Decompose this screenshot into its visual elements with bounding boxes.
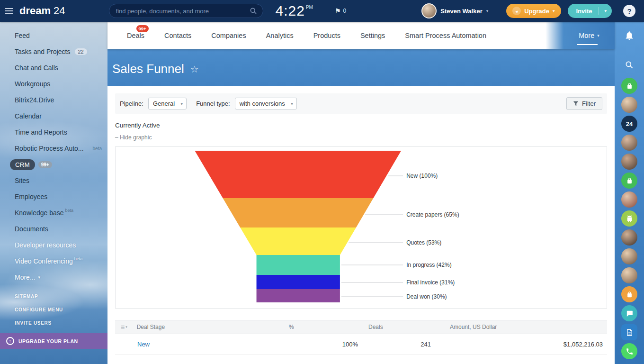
avatar[interactable] bbox=[621, 154, 637, 170]
upgrade-plan-label: UPGRADE YOUR PLAN bbox=[18, 338, 78, 344]
tab-products[interactable]: Products bbox=[304, 22, 350, 49]
sidebar-item-workgroups[interactable]: Workgroups bbox=[0, 76, 107, 92]
sidebar-item-documents[interactable]: Documents bbox=[0, 221, 107, 237]
table-row: New100%241$1,052,216.03 bbox=[115, 334, 607, 355]
tab-label: Companies bbox=[211, 32, 246, 39]
sidebar-item-sites[interactable]: Sites bbox=[0, 173, 107, 189]
funnel-segment-new[interactable] bbox=[195, 151, 401, 198]
sidebar-item-time-and-reports[interactable]: Time and Reports bbox=[0, 124, 107, 140]
cell-deals: 241 bbox=[365, 341, 436, 348]
avatar[interactable] bbox=[621, 229, 637, 246]
tab-deals[interactable]: 99+Deals bbox=[117, 22, 154, 49]
flag-count: 0 bbox=[343, 8, 346, 14]
tab-analytics[interactable]: Analytics bbox=[256, 22, 304, 49]
funnel-type-select[interactable]: with conversions▾ bbox=[235, 98, 297, 109]
sidebar-footer-configure-menu[interactable]: CONFIGURE MENU bbox=[15, 307, 63, 312]
bitrix24-badge[interactable]: 24 bbox=[621, 116, 637, 132]
sidebar-item-tasks-and-projects[interactable]: Tasks and Projects22 bbox=[0, 44, 107, 60]
search-input[interactable] bbox=[115, 7, 250, 15]
tab-contacts[interactable]: Contacts bbox=[154, 22, 201, 49]
favorite-star-icon[interactable]: ☆ bbox=[190, 64, 199, 75]
sidebar-item-feed[interactable]: Feed bbox=[0, 27, 107, 44]
sidebar-item-label: Calendar bbox=[15, 112, 42, 120]
sidebar-footer-invite-users[interactable]: INVITE USERS bbox=[15, 320, 63, 326]
sidebar-item-chat-and-calls[interactable]: Chat and Calls bbox=[0, 60, 107, 76]
sidebar-item-bitrix24-drive[interactable]: Bitrix24.Drive bbox=[0, 92, 107, 108]
lock-icon[interactable] bbox=[621, 286, 637, 302]
invite-button[interactable]: Invite ▾ bbox=[568, 4, 612, 18]
funnel-segment-create-papers[interactable] bbox=[223, 198, 374, 228]
tab-more[interactable]: More ▾ bbox=[564, 22, 615, 49]
phone-icon[interactable] bbox=[621, 343, 637, 359]
sidebar-item-video-conferencing[interactable]: Video Conferencingbeta bbox=[0, 253, 107, 269]
bell-icon[interactable] bbox=[621, 27, 637, 44]
global-search[interactable] bbox=[109, 4, 263, 18]
page-title: Sales Funnel bbox=[112, 62, 184, 76]
clock-meridiem: PM bbox=[306, 5, 313, 10]
avatar[interactable] bbox=[621, 248, 637, 264]
tab-label: More bbox=[579, 32, 594, 39]
sidebar-item-label: Time and Reports bbox=[15, 128, 67, 136]
funnel-svg: New (100%)Create papers (65%)Quotes (53%… bbox=[116, 147, 607, 308]
arrow-up-circle-icon: ↑ bbox=[6, 337, 14, 345]
funnel-segment-quotes[interactable] bbox=[240, 228, 356, 255]
upgrade-button[interactable]: ▸ Upgrade ▾ bbox=[506, 4, 561, 18]
funnel-label-in-progress: In progress (42%) bbox=[406, 262, 451, 268]
export-icon[interactable] bbox=[621, 324, 637, 340]
pipeline-select[interactable]: General▾ bbox=[148, 98, 187, 109]
tab-label: Analytics bbox=[266, 32, 294, 39]
sidebar-item-label: Tasks and Projects bbox=[15, 48, 71, 55]
sidebar-item-robotic-process-auto[interactable]: Robotic Process Auto...beta bbox=[0, 140, 107, 156]
chevron-down-icon: ▾ bbox=[599, 9, 612, 13]
table-header: ≡▾ Deal Stage % Deals Amount, US Dollar bbox=[115, 320, 607, 334]
funnel-segment-in-progress[interactable] bbox=[257, 255, 340, 275]
sidebar-footer-sitemap[interactable]: SITEMAP bbox=[15, 294, 63, 299]
cell-amount: $1,052,216.03 bbox=[436, 341, 607, 348]
tab-label: Settings bbox=[360, 32, 385, 39]
clock[interactable]: 4:22 PM bbox=[276, 3, 313, 18]
sidebar-item-developer-resources[interactable]: Developer resources bbox=[0, 237, 107, 253]
sidebar-item-knowledge-base[interactable]: Knowledge basebeta bbox=[0, 205, 107, 221]
tab-settings[interactable]: Settings bbox=[350, 22, 395, 49]
user-menu[interactable]: Steven Walker ▾ bbox=[421, 3, 488, 18]
notifications-flag[interactable]: ⚑ 0 bbox=[335, 7, 346, 15]
tab-label: Products bbox=[313, 32, 340, 39]
menu-icon[interactable] bbox=[4, 6, 14, 16]
avatar[interactable] bbox=[621, 135, 637, 151]
funnel-segment-deal-won[interactable] bbox=[257, 289, 340, 302]
sidebar-item-crm[interactable]: CRM99+ bbox=[0, 156, 107, 173]
tab-companies[interactable]: Companies bbox=[201, 22, 256, 49]
sidebar-item-calendar[interactable]: Calendar bbox=[0, 108, 107, 124]
filter-button[interactable]: Filter bbox=[566, 97, 602, 110]
stage-link[interactable]: New bbox=[137, 341, 150, 348]
help-button[interactable]: ? bbox=[623, 5, 635, 17]
hide-graphic-link[interactable]: – Hide graphic bbox=[115, 134, 152, 141]
sidebar-item-label: Developer resources bbox=[15, 241, 76, 249]
android-icon[interactable] bbox=[621, 210, 637, 227]
title-row: Sales Funnel ☆ bbox=[107, 49, 615, 86]
table-body: New100%241$1,052,216.03 bbox=[115, 334, 607, 355]
section-head: Currently Active – Hide graphic bbox=[115, 114, 607, 141]
logo[interactable]: dream24 bbox=[19, 5, 65, 17]
upgrade-plan-button[interactable]: ↑ UPGRADE YOUR PLAN bbox=[0, 333, 107, 349]
header-deals: Deals bbox=[365, 324, 436, 330]
funnel-label-final-invoice: Final invoice (31%) bbox=[406, 279, 455, 286]
avatar bbox=[421, 3, 437, 18]
search-icon[interactable] bbox=[250, 7, 257, 15]
lock-icon[interactable] bbox=[621, 78, 637, 94]
topbar: dream24 4:22 PM ⚑ 0 Steven Walker ▾ ▸ Up… bbox=[0, 0, 644, 22]
search-icon[interactable] bbox=[621, 57, 637, 73]
sidebar-item-more[interactable]: More...▾ bbox=[0, 269, 107, 285]
avatar[interactable] bbox=[621, 191, 637, 208]
avatar[interactable] bbox=[621, 267, 637, 283]
sidebar-item-employees[interactable]: Employees bbox=[0, 189, 107, 205]
table-settings-icon[interactable]: ≡▾ bbox=[121, 323, 127, 331]
funnel-chart: New (100%)Create papers (65%)Quotes (53%… bbox=[115, 146, 607, 309]
upgrade-label: Upgrade bbox=[524, 8, 549, 15]
avatar[interactable] bbox=[621, 97, 637, 113]
lock-icon[interactable] bbox=[621, 173, 637, 189]
tab-smart-process-automation[interactable]: Smart Process Automation bbox=[395, 22, 496, 49]
chat-icon[interactable] bbox=[621, 305, 637, 321]
funnel-segment-final-invoice[interactable] bbox=[257, 275, 340, 289]
cell-percent: 100% bbox=[275, 341, 365, 348]
